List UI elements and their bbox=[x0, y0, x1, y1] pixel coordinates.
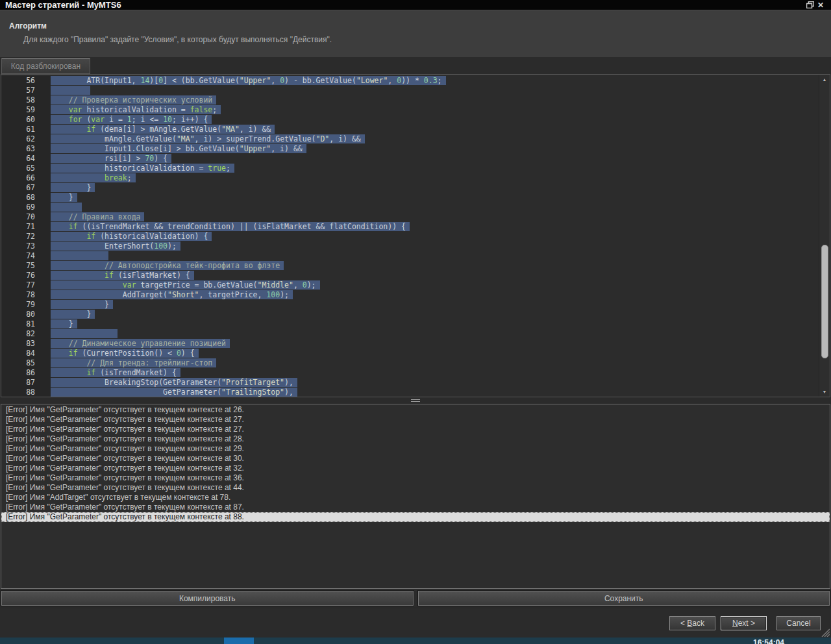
code-text: for (var i = 1; i <= 10; i++) { bbox=[51, 115, 819, 125]
taskbar-active-app-segment[interactable] bbox=[224, 638, 254, 644]
error-list-item[interactable]: [Error] Имя "GetParameter" отсутствует в… bbox=[1, 434, 830, 444]
line-number: 56 bbox=[1, 76, 51, 86]
line-number: 83 bbox=[1, 339, 51, 349]
save-button[interactable]: Сохранить bbox=[418, 591, 830, 606]
line-number: 81 bbox=[1, 319, 51, 329]
code-text: } bbox=[51, 310, 819, 319]
code-text: if (CurrentPosition() < 0) { bbox=[51, 349, 819, 358]
code-text: Input1.Close[i] > bb.GetValue("Upper", i… bbox=[51, 144, 819, 154]
taskbar-sliver: 16:54:04 bbox=[0, 638, 831, 644]
line-number: 70 bbox=[1, 212, 51, 222]
error-list-item[interactable]: [Error] Имя "GetParameter" отсутствует в… bbox=[1, 405, 830, 415]
restore-window-icon[interactable] bbox=[805, 1, 815, 10]
code-line: 75 // Автоподстройка тейк-профита во флэ… bbox=[1, 261, 819, 271]
line-number: 80 bbox=[1, 310, 51, 319]
line-number: 82 bbox=[1, 329, 51, 339]
scrollbar-thumb[interactable] bbox=[821, 245, 828, 358]
code-text bbox=[51, 203, 819, 212]
code-line: 84 if (CurrentPosition() < 0) { bbox=[1, 349, 819, 358]
step-title: Алгоритм bbox=[9, 21, 831, 31]
line-number: 65 bbox=[1, 164, 51, 173]
code-text: if (historicalValidation) { bbox=[51, 232, 819, 242]
error-list-item[interactable]: [Error] Имя "GetParameter" отсутствует в… bbox=[1, 415, 830, 425]
code-text: } bbox=[51, 183, 819, 193]
taskbar-clock: 16:54:04 bbox=[753, 638, 784, 644]
tab-row: Код разблокирован bbox=[0, 57, 831, 74]
code-line: 73 EnterShort(100); bbox=[1, 242, 819, 251]
code-line: 79 } bbox=[1, 300, 819, 310]
code-text: // Проверка исторических условий bbox=[51, 95, 819, 105]
code-line: 65 historicalValidation = true; bbox=[1, 164, 819, 173]
vertical-scrollbar[interactable]: ▲ ▼ bbox=[819, 75, 830, 397]
code-text bbox=[51, 251, 819, 261]
line-number: 74 bbox=[1, 251, 51, 261]
code-line: 56 ATR(Input1, 14)[0] < (bb.GetValue("Up… bbox=[1, 76, 819, 86]
code-text: break; bbox=[51, 173, 819, 183]
code-line: 74 bbox=[1, 251, 819, 261]
editor-errors-splitter[interactable] bbox=[0, 397, 831, 404]
error-list-item[interactable]: [Error] Имя "AddTarget" отсутствует в те… bbox=[1, 493, 830, 502]
code-line: 78 AddTarget("Short", targetPrice, 100); bbox=[1, 290, 819, 300]
line-number: 88 bbox=[1, 388, 51, 397]
line-number: 67 bbox=[1, 183, 51, 193]
code-line: 70 // Правила входа bbox=[1, 212, 819, 222]
scroll-up-arrow-icon[interactable]: ▲ bbox=[819, 75, 830, 84]
code-line: 60 for (var i = 1; i <= 10; i++) { bbox=[1, 115, 819, 125]
code-line: 81 } bbox=[1, 319, 819, 329]
line-number: 63 bbox=[1, 144, 51, 154]
code-line: 71 if ((isTrendMarket && trendCondition)… bbox=[1, 222, 819, 232]
line-number: 79 bbox=[1, 300, 51, 310]
code-text: // Динамическое управление позицией bbox=[51, 339, 819, 349]
code-line: 59 var historicalValidation = false; bbox=[1, 105, 819, 115]
code-line: 57 bbox=[1, 86, 819, 95]
error-list-item[interactable]: [Error] Имя "GetParameter" отсутствует в… bbox=[1, 454, 830, 464]
error-list[interactable]: [Error] Имя "GetParameter" отсутствует в… bbox=[1, 404, 830, 589]
code-line: 86 if (isTrendMarket) { bbox=[1, 368, 819, 378]
code-text: historicalValidation = true; bbox=[51, 164, 819, 173]
code-text: if (dema[i] > mAngle.GetValue("MA", i) &… bbox=[51, 125, 819, 134]
error-list-item[interactable]: [Error] Имя "GetParameter" отсутствует в… bbox=[1, 512, 830, 522]
error-list-item[interactable]: [Error] Имя "GetParameter" отсутствует в… bbox=[1, 483, 830, 493]
code-text: ATR(Input1, 14)[0] < (bb.GetValue("Upper… bbox=[51, 76, 819, 86]
code-text: // Для тренда: трейлинг-стоп bbox=[51, 358, 819, 368]
error-list-item[interactable]: [Error] Имя "GetParameter" отсутствует в… bbox=[1, 444, 830, 454]
error-list-item[interactable]: [Error] Имя "GetParameter" отсутствует в… bbox=[1, 464, 830, 473]
line-number: 84 bbox=[1, 349, 51, 358]
code-text: BreakingStop(GetParameter("ProfitTarget"… bbox=[51, 378, 819, 388]
line-number: 69 bbox=[1, 203, 51, 212]
close-icon[interactable]: ✕ bbox=[815, 1, 826, 10]
code-line: 62 mAngle.GetValue("MA", i) > superTrend… bbox=[1, 134, 819, 144]
code-text: if (isFlatMarket) { bbox=[51, 271, 819, 280]
scroll-down-arrow-icon[interactable]: ▼ bbox=[819, 387, 830, 397]
tab-code-unlocked[interactable]: Код разблокирован bbox=[1, 58, 90, 74]
line-number: 64 bbox=[1, 154, 51, 164]
resize-grip[interactable] bbox=[820, 627, 830, 637]
error-list-item[interactable]: [Error] Имя "GetParameter" отсутствует в… bbox=[1, 473, 830, 483]
back-button[interactable]: < Back bbox=[669, 616, 715, 630]
error-list-item[interactable]: [Error] Имя "GetParameter" отсутствует в… bbox=[1, 502, 830, 512]
code-text: mAngle.GetValue("MA", i) > superTrend.Ge… bbox=[51, 134, 819, 144]
code-text: rsi[i] > 70) { bbox=[51, 154, 819, 164]
code-line: 87 BreakingStop(GetParameter("ProfitTarg… bbox=[1, 378, 819, 388]
strategy-wizard-window: Мастер стратегий - MyMTS6 ✕ Алгоритм Для… bbox=[0, 0, 831, 638]
code-text: AddTarget("Short", targetPrice, 100); bbox=[51, 290, 819, 300]
code-text bbox=[51, 86, 819, 95]
error-list-item[interactable]: [Error] Имя "GetParameter" отсутствует в… bbox=[1, 425, 830, 434]
action-button-row: Компилировать Сохранить bbox=[0, 589, 831, 608]
next-button[interactable]: Next > bbox=[721, 616, 767, 630]
code-line: 64 rsi[i] > 70) { bbox=[1, 154, 819, 164]
compile-button[interactable]: Компилировать bbox=[1, 591, 414, 606]
cancel-button[interactable]: Cancel bbox=[776, 616, 821, 630]
line-number: 66 bbox=[1, 173, 51, 183]
title-bar: Мастер стратегий - MyMTS6 ✕ bbox=[0, 0, 831, 10]
code-text: EnterShort(100); bbox=[51, 242, 819, 251]
code-editor[interactable]: 56 ATR(Input1, 14)[0] < (bb.GetValue("Up… bbox=[1, 74, 830, 397]
line-number: 60 bbox=[1, 115, 51, 125]
code-line: 72 if (historicalValidation) { bbox=[1, 232, 819, 242]
code-text: if ((isTrendMarket && trendCondition) ||… bbox=[51, 222, 819, 232]
code-text: } bbox=[51, 319, 819, 329]
code-line: 68 } bbox=[1, 193, 819, 203]
line-number: 57 bbox=[1, 86, 51, 95]
line-number: 77 bbox=[1, 280, 51, 290]
line-number: 76 bbox=[1, 271, 51, 280]
